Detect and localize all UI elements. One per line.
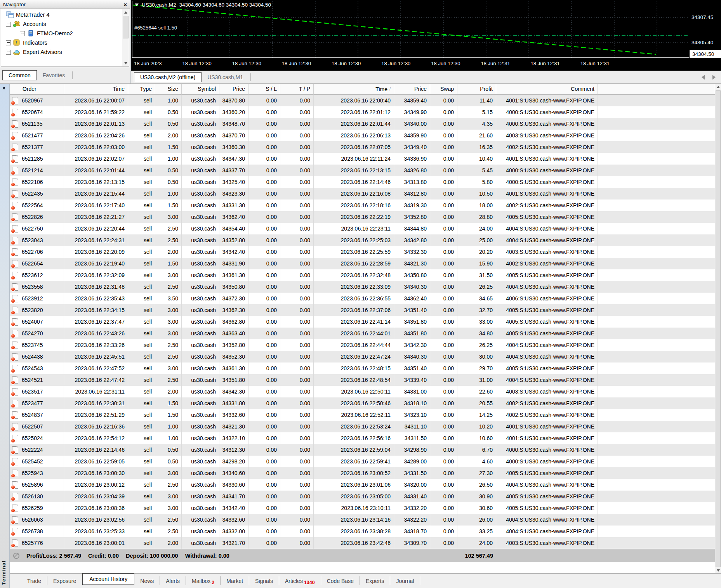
history-row[interactable]: 65230432023.06.16 22:24:31sell2.50us30.c… [10,234,715,246]
column-header-close-time[interactable]: Time/ [314,84,394,95]
terminal-tab-journal[interactable]: Journal [390,578,420,584]
column-header-comment[interactable]: Comment [496,84,598,95]
terminal-tab-alerts[interactable]: Alerts [160,578,186,584]
history-row[interactable]: 65235172023.06.16 22:31:11sell2.00us30.c… [10,386,715,397]
column-header-order[interactable]: Order [10,84,64,95]
history-row[interactable]: 65226542023.06.16 22:19:40sell1.50us30.c… [10,258,715,269]
column-header-open-price[interactable]: Price [219,84,248,95]
table-scrollbar-thumb[interactable] [716,90,721,567]
order-number: 6525452 [22,456,43,467]
cell-comment: 4001:S:US30.cash-www.FXPIP.ONE [496,432,598,444]
history-row[interactable]: 65254522023.06.16 22:59:05sell0.50us30.c… [10,456,715,467]
terminal-tab-signals[interactable]: Signals [249,578,279,584]
history-row[interactable]: 65245432023.06.16 22:47:52sell3.00us30.c… [10,363,715,374]
table-scrollbar[interactable] [715,84,721,574]
history-row[interactable]: 65209672023.06.16 22:00:07sell1.00us30.c… [10,95,715,106]
history-row[interactable]: 65227502023.06.16 22:20:44sell2.50us30.c… [10,223,715,234]
collapse-minus-icon[interactable] [6,22,11,27]
cell-filler [598,351,715,363]
history-row[interactable]: 65257762023.06.16 23:00:01sell2.00us30.c… [10,537,715,549]
column-header-open-time[interactable]: Time [64,84,128,95]
history-row[interactable]: 65242702023.06.16 22:43:26sell3.00us30.c… [10,328,715,339]
terminal-tab-news[interactable]: News [134,578,160,584]
column-header-size[interactable]: Size [155,84,182,95]
tree-item-expert-advisors[interactable]: Expert Advisors [1,47,122,57]
history-row[interactable]: 65258962023.06.16 23:00:12sell2.50us30.c… [10,479,715,491]
tree-item-metatrader-4[interactable]: MetaTrader 4 [1,10,122,19]
history-row[interactable]: 65248372023.06.16 22:51:29sell1.50us30.c… [10,409,715,421]
order-number: 6521377 [22,141,43,153]
scroll-up-icon[interactable] [122,9,129,16]
column-header-swap[interactable]: Swap [430,84,457,95]
history-row[interactable]: 65224352023.06.16 22:15:44sell1.00us30.c… [10,188,715,199]
tabs-scroll-right-icon[interactable] [712,75,716,80]
history-row[interactable]: 65240072023.06.16 22:37:47sell3.00us30.c… [10,316,715,328]
tree-item-accounts[interactable]: Accounts [1,19,122,29]
tab-common[interactable]: Common [2,70,37,80]
scroll-down-icon[interactable] [122,60,129,66]
terminal-tab-exposure[interactable]: Exposure [47,578,82,584]
cell-tp: 0.00 [280,479,314,491]
terminal-tab-experts[interactable]: Experts [360,578,390,584]
history-row[interactable]: 65212142023.06.16 22:01:44sell0.50us30.c… [10,165,715,176]
column-header-close-price[interactable]: Price [394,84,430,95]
navigator-titlebar[interactable]: Navigator × [0,0,130,9]
tabs-scroll-left-icon[interactable] [702,75,705,80]
history-row[interactable]: 65235582023.06.16 22:31:48sell2.50us30.c… [10,281,715,293]
terminal-tab-trade[interactable]: Trade [21,578,47,584]
terminal-tab-mailbox[interactable]: Mailbox2 [186,578,220,584]
terminal-tab-code-base[interactable]: Code Base [321,578,360,584]
history-row[interactable]: 65250242023.06.16 22:54:12sell1.00us30.c… [10,432,715,444]
terminal-tab-account-history[interactable]: Account History [82,573,134,585]
scrollbar-thumb[interactable] [123,16,129,38]
column-header-profit[interactable]: Profit [457,84,496,95]
expand-plus-icon[interactable] [6,50,11,55]
chart-dropdown-icon[interactable] [135,3,139,6]
column-header-type[interactable]: Type [128,84,155,95]
history-row[interactable]: 65234772023.06.16 22:30:31sell1.50us30.c… [10,397,715,409]
column-header-sl[interactable]: S / L [248,84,280,95]
terminal-tab-articles[interactable]: Articles1340 [279,578,321,584]
column-header-tp[interactable]: T / P [280,84,314,95]
history-row[interactable]: 65237452023.06.16 22:33:26sell2.50us30.c… [10,339,715,351]
chart-tab-us30-cash-m2-offline[interactable]: US30.cash,M2 (offline) [134,72,202,82]
history-row[interactable]: 65238202023.06.16 22:34:15sell3.00us30.c… [10,304,715,316]
expand-plus-icon[interactable] [6,40,11,45]
history-row[interactable]: 65239122023.06.16 22:35:43sell3.50us30.c… [10,293,715,304]
terminal-close-icon[interactable]: × [2,85,5,91]
history-row[interactable]: 65213772023.06.16 22:03:00sell1.50us30.c… [10,141,715,153]
chart-canvas[interactable]: .vgrid,.hgrid{stroke:#55616d;stroke-dash… [131,0,721,71]
tree-item-indicators[interactable]: fIndicators [1,38,122,47]
terminal-tab-market[interactable]: Market [221,578,249,584]
history-row[interactable]: 65244382023.06.16 22:45:51sell2.50us30.c… [10,351,715,363]
history-row[interactable]: 65261302023.06.16 23:04:39sell3.00us30.c… [10,491,715,502]
tab-favorites[interactable]: Favorites [37,71,71,80]
history-row[interactable]: 65228262023.06.16 22:21:27sell3.00us30.c… [10,211,715,223]
table-scroll-up-icon[interactable] [715,84,721,90]
expand-plus-icon[interactable] [20,31,25,36]
history-row[interactable]: 65267382023.06.16 23:25:33sell2.50us30.c… [10,526,715,537]
history-row[interactable]: 65214772023.06.16 22:04:26sell2.00us30.c… [10,130,715,141]
history-row[interactable]: 65212852023.06.16 22:02:07sell1.00us30.c… [10,153,715,165]
history-row[interactable]: 65225642023.06.16 22:17:40sell1.50us30.c… [10,199,715,211]
history-row[interactable]: 65245212023.06.16 22:47:42sell2.50us30.c… [10,374,715,386]
history-row[interactable]: 65259432023.06.16 23:00:30sell3.00us30.c… [10,467,715,479]
history-row[interactable]: 65260632023.06.16 23:02:56sell2.50us30.c… [10,514,715,526]
chart-tab-us30-cash-m1[interactable]: US30.cash,M1 [202,73,249,82]
history-row[interactable]: 65236122023.06.16 22:32:09sell3.00us30.c… [10,269,715,281]
history-row[interactable]: 65206742023.06.16 21:59:22sell0.50us30.c… [10,106,715,118]
cell-swap: 0.00 [430,456,457,467]
history-row[interactable]: 65221062023.06.16 22:13:15sell0.50us30.c… [10,176,715,188]
history-row[interactable]: 65222242023.06.16 22:14:46sell0.50us30.c… [10,444,715,456]
history-row[interactable]: 65262592023.06.16 23:08:36sell3.00us30.c… [10,502,715,514]
table-scroll-down-icon[interactable] [715,567,721,574]
navigator-scrollbar[interactable] [122,9,129,66]
cell-close-price: 34331.50 [394,467,430,479]
cell-type: sell [128,176,155,188]
history-row[interactable]: 65225072023.06.16 22:16:36sell1.00us30.c… [10,421,715,432]
history-row[interactable]: 65211352023.06.16 22:01:13sell0.50us30.c… [10,118,715,130]
tree-item-ftmo-demo2[interactable]: FTMO-Demo2 [1,29,122,38]
column-header-symbol[interactable]: Symbol [182,84,219,95]
navigator-close-icon[interactable]: × [123,2,127,7]
history-row[interactable]: 65227062023.06.16 22:20:09sell2.00us30.c… [10,246,715,258]
